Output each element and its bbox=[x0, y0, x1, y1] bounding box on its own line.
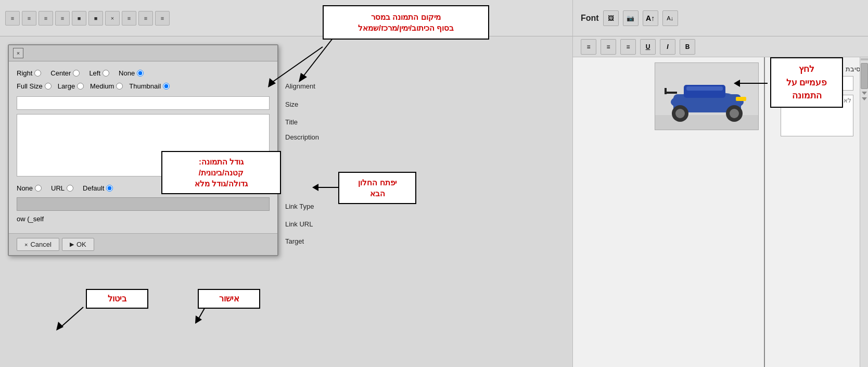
toolbar-btn-6[interactable]: ■ bbox=[88, 11, 103, 26]
underline-btn[interactable]: U bbox=[640, 39, 656, 55]
alignment-left-radio[interactable] bbox=[103, 70, 109, 77]
size-full-label: Full Size bbox=[17, 82, 43, 90]
dialog-titlebar: × bbox=[9, 45, 277, 61]
toolbar-btn-2[interactable]: ≡ bbox=[22, 11, 36, 26]
alignment-right-radio[interactable] bbox=[34, 70, 41, 77]
toolbar-btn-4[interactable]: ≡ bbox=[55, 11, 70, 26]
cancel-icon: × bbox=[24, 242, 28, 248]
toolbar-btn-1[interactable]: ≡ bbox=[5, 11, 20, 26]
size-full[interactable]: Full Size bbox=[17, 82, 52, 90]
toolbar-btn-7[interactable]: × bbox=[105, 11, 120, 26]
annotation-middle-box: גודל התמונה: קטנה/בינונית/ גדולה/גודל מל… bbox=[161, 151, 281, 194]
link-url-radio[interactable] bbox=[67, 185, 73, 192]
size-large-label: Large bbox=[58, 82, 75, 90]
bold-btn[interactable]: B bbox=[680, 39, 695, 55]
target-field-label: Target bbox=[285, 233, 319, 250]
size-field-label: Size bbox=[285, 95, 319, 113]
annotation-cancel-box: ביטול bbox=[86, 289, 148, 309]
svg-marker-26 bbox=[299, 73, 307, 82]
alignment-left-label: Left bbox=[89, 69, 100, 77]
alignment-none-label: None bbox=[119, 69, 135, 77]
svg-rect-12 bbox=[665, 88, 667, 94]
svg-marker-24 bbox=[734, 80, 740, 87]
size-medium[interactable]: Medium bbox=[90, 82, 123, 90]
size-thumbnail-radio[interactable] bbox=[163, 83, 170, 90]
svg-rect-1 bbox=[655, 115, 759, 130]
alignment-center-label: Center bbox=[50, 69, 71, 77]
dialog-close-btn[interactable]: × bbox=[13, 48, 23, 58]
svg-marker-14 bbox=[268, 78, 276, 87]
alignment-none[interactable]: None bbox=[119, 69, 144, 77]
link-none[interactable]: None bbox=[17, 184, 42, 192]
svg-rect-11 bbox=[667, 92, 677, 94]
sidebar-scrollbar[interactable] bbox=[860, 57, 868, 367]
gallery-icon[interactable]: 📷 bbox=[623, 10, 639, 26]
size-large-radio[interactable] bbox=[77, 83, 84, 90]
title-input[interactable] bbox=[17, 96, 270, 110]
annotation-top-box: מיקום התמונה במסר בסוף הכיתוב/ימין/מרכז/… bbox=[323, 5, 489, 40]
svg-marker-20 bbox=[195, 315, 202, 324]
link-default-label: Default bbox=[83, 184, 104, 192]
alignment-right-label: Right bbox=[17, 69, 32, 77]
link-none-label: None bbox=[17, 184, 33, 192]
link-none-radio[interactable] bbox=[35, 185, 42, 192]
image-icon[interactable]: 🖼 bbox=[603, 10, 619, 26]
svg-point-8 bbox=[730, 109, 739, 118]
cancel-label: Cancel bbox=[30, 241, 51, 248]
toolbar-btn-9[interactable]: ≡ bbox=[138, 11, 153, 26]
link-url-field-label: Link URL bbox=[285, 216, 319, 233]
alignment-center-radio[interactable] bbox=[73, 70, 80, 77]
size-medium-label: Medium bbox=[90, 82, 114, 90]
target-value: ow (_self bbox=[17, 215, 44, 223]
dialog-footer: × Cancel ▶ OK bbox=[9, 233, 277, 255]
link-url-label: URL bbox=[51, 184, 65, 192]
insert-image-dialog: × Right Center Left bbox=[8, 44, 278, 256]
alignment-center[interactable]: Center bbox=[50, 69, 80, 77]
size-row: Full Size Large Medium Thumbnail bbox=[17, 82, 270, 90]
ok-button[interactable]: ▶ OK bbox=[62, 238, 94, 251]
alignment-row: Right Center Left None bbox=[17, 69, 270, 77]
size-full-radio[interactable] bbox=[45, 83, 52, 90]
svg-point-6 bbox=[675, 109, 685, 118]
annotation-window-box: יפתח החלון הבא bbox=[338, 172, 416, 204]
annotation-ok-box: אישור bbox=[198, 289, 260, 309]
annotation-right-box: לחץ פעמיים על התמונה bbox=[770, 57, 843, 108]
alignment-right[interactable]: Right bbox=[17, 69, 41, 77]
toolbar-btn-8[interactable]: ≡ bbox=[122, 11, 136, 26]
link-url[interactable]: URL bbox=[51, 184, 73, 192]
svg-rect-9 bbox=[686, 86, 723, 91]
svg-marker-22 bbox=[312, 184, 318, 191]
url-bar bbox=[17, 197, 270, 211]
align-left-btn[interactable]: ≡ bbox=[581, 39, 596, 55]
ok-icon: ▶ bbox=[70, 241, 74, 248]
size-large[interactable]: Large bbox=[58, 82, 84, 90]
toolbar-btn-3[interactable]: ≡ bbox=[39, 11, 53, 26]
ok-label: OK bbox=[76, 241, 86, 248]
font-size-small-icon[interactable]: A↓ bbox=[662, 10, 678, 26]
toolbar-btn-10[interactable]: ≡ bbox=[155, 11, 170, 26]
target-row: ow (_self bbox=[17, 215, 270, 223]
align-center-btn[interactable]: ≡ bbox=[601, 39, 616, 55]
align-right-btn[interactable]: ≡ bbox=[620, 39, 636, 55]
title-field-label: Title bbox=[285, 113, 319, 131]
cancel-button[interactable]: × Cancel bbox=[17, 238, 59, 251]
alignment-none-radio[interactable] bbox=[137, 70, 144, 77]
scrollbar-thumb[interactable] bbox=[861, 63, 868, 89]
toolbar-btn-5[interactable]: ■ bbox=[72, 11, 86, 26]
link-default[interactable]: Default bbox=[83, 184, 113, 192]
italic-btn[interactable]: I bbox=[660, 39, 675, 55]
link-default-radio[interactable] bbox=[106, 185, 113, 192]
svg-line-17 bbox=[60, 307, 83, 328]
alignment-left[interactable]: Left bbox=[89, 69, 109, 77]
size-thumbnail[interactable]: Thumbnail bbox=[129, 82, 170, 90]
size-thumbnail-label: Thumbnail bbox=[129, 82, 161, 90]
font-label: Font bbox=[581, 14, 599, 23]
size-medium-radio[interactable] bbox=[116, 83, 123, 90]
font-size-large-icon[interactable]: A↑ bbox=[643, 10, 658, 26]
svg-marker-18 bbox=[56, 322, 63, 331]
